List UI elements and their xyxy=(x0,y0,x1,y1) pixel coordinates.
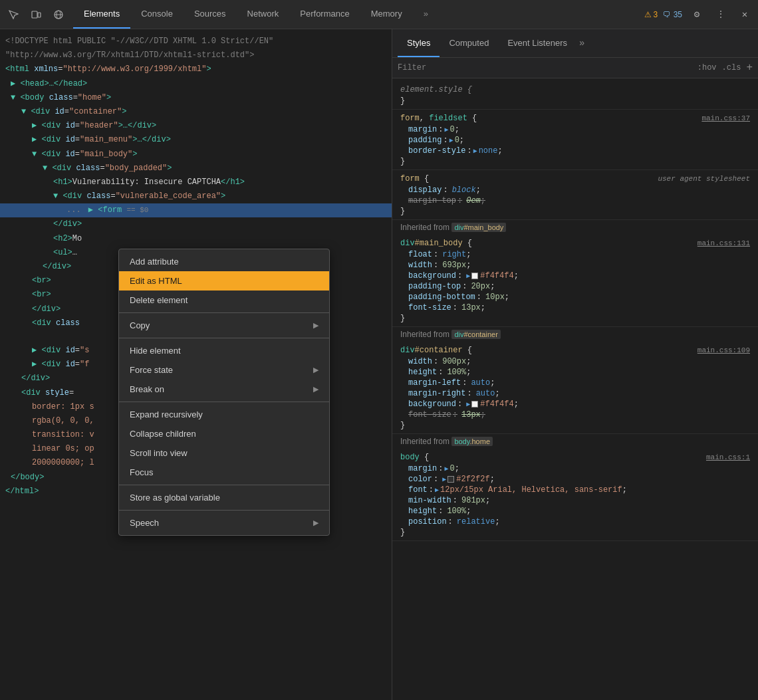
error-badge: 🗨 35 xyxy=(663,10,682,19)
close-icon[interactable]: ✕ xyxy=(735,5,754,24)
expand-icon[interactable]: ▶ xyxy=(435,486,439,494)
style-source-link[interactable]: main.css:1 xyxy=(706,453,750,461)
device-toolbar-icon[interactable] xyxy=(27,5,45,24)
filter-add-button[interactable]: + xyxy=(746,62,753,74)
svg-rect-0 xyxy=(32,11,37,18)
style-block-main-body: div#main_body { main.css:131 float: righ… xyxy=(392,235,758,327)
menu-item-scroll-into-view[interactable]: Scroll into view xyxy=(119,443,329,463)
style-close-brace: } xyxy=(392,156,758,167)
menu-item-collapse-children[interactable]: Collapse children xyxy=(119,424,329,443)
settings-icon[interactable]: ⚙ xyxy=(688,5,706,24)
style-selector-line: div#main_body { main.css:131 xyxy=(392,237,758,249)
style-selector-line: div#container { main.css:109 xyxy=(392,344,758,356)
tab-network[interactable]: Network xyxy=(237,0,290,29)
style-selector: body { xyxy=(400,453,429,462)
filter-cls-button[interactable]: .cls xyxy=(722,63,741,72)
tab-sources[interactable]: Sources xyxy=(184,0,237,29)
expand-icon[interactable]: ▶ xyxy=(473,147,477,155)
warning-badge: ⚠ 3 xyxy=(644,10,658,19)
style-rule: position: relative; xyxy=(392,517,758,527)
style-close-brace: } xyxy=(392,313,758,324)
html-line: </div> xyxy=(0,217,392,231)
style-block-form-ua: form { user agent stylesheet display: bl… xyxy=(392,170,758,220)
elements-panel: <!DOCTYPE html PUBLIC "-//W3C//DTD XHTML… xyxy=(0,29,392,700)
3d-view-icon[interactable] xyxy=(49,5,68,24)
style-source-link[interactable]: main.css:131 xyxy=(697,239,750,247)
style-rule: width: 900px; xyxy=(392,356,758,367)
tab-computed[interactable]: Computed xyxy=(440,29,498,57)
expand-icon[interactable]: ▶ xyxy=(466,272,470,280)
style-rule-strikethrough: margin-top: 0em; xyxy=(392,195,758,206)
tab-event-listeners[interactable]: Event Listeners xyxy=(498,29,576,57)
html-line: <h2>Mo xyxy=(0,232,392,246)
expand-icon[interactable]: ▶ xyxy=(442,475,446,483)
tab-more[interactable]: » xyxy=(413,0,439,29)
tab-performance[interactable]: Performance xyxy=(289,0,360,29)
menu-item-focus[interactable]: Focus xyxy=(119,463,329,482)
color-swatch[interactable] xyxy=(447,476,454,483)
style-rule: margin-right: auto; xyxy=(392,388,758,399)
menu-item-edit-html[interactable]: Edit as HTML xyxy=(119,271,329,291)
topbar-right: ⚠ 3 🗨 35 ⚙ ⋮ ✕ xyxy=(644,5,754,24)
html-line: <!DOCTYPE html PUBLIC "-//W3C//DTD XHTML… xyxy=(0,35,392,49)
submenu-arrow: ▶ xyxy=(313,385,318,394)
inherited-from-container: Inherited from div#container xyxy=(392,327,758,342)
style-block-body: body { main.css:1 margin: ▶ 0; color: ▶ … xyxy=(392,449,758,541)
tab-console[interactable]: Console xyxy=(130,0,184,29)
expand-icon[interactable]: ▶ xyxy=(444,465,448,473)
tab-styles[interactable]: Styles xyxy=(398,29,440,57)
style-rule: margin-left: auto; xyxy=(392,378,758,388)
more-tabs-icon[interactable]: » xyxy=(579,38,584,49)
menu-separator xyxy=(119,485,329,485)
style-selector: form { xyxy=(400,174,429,183)
menu-item-force-state[interactable]: Force state ▶ xyxy=(119,360,329,380)
html-line: ▼ <div id="main_body"> xyxy=(0,148,392,162)
style-rule: font-size: 13px; xyxy=(392,302,758,313)
filter-hov-button[interactable]: :hov xyxy=(697,63,717,72)
styles-panel: Styles Computed Event Listeners » Filter… xyxy=(392,29,758,700)
devtools-icons xyxy=(4,5,68,24)
error-count: 35 xyxy=(674,10,682,19)
tab-elements[interactable]: Elements xyxy=(73,0,130,29)
style-rule: background: ▶ #f4f4f4; xyxy=(392,399,758,409)
style-rule: display: block; xyxy=(392,185,758,195)
submenu-arrow: ▶ xyxy=(313,321,318,330)
style-block-element: element.style { } xyxy=(392,81,758,110)
style-selector: div#main_body { xyxy=(400,239,472,248)
tab-memory[interactable]: Memory xyxy=(360,0,413,29)
expand-icon[interactable]: ▶ xyxy=(466,400,470,408)
menu-item-add-attribute[interactable]: Add attribute xyxy=(119,252,329,271)
menu-separator xyxy=(119,312,329,313)
menu-item-store-global[interactable]: Store as global variable xyxy=(119,488,329,507)
color-swatch[interactable] xyxy=(471,273,478,279)
select-element-icon[interactable] xyxy=(4,5,23,24)
expand-icon[interactable]: ▶ xyxy=(444,126,448,134)
menu-item-speech[interactable]: Speech ▶ xyxy=(119,513,329,532)
style-source-link[interactable]: main.css:109 xyxy=(697,346,750,354)
style-rule: color: ▶ #2f2f2f; xyxy=(392,474,758,485)
style-rule: width: 693px; xyxy=(392,260,758,271)
submenu-arrow: ▶ xyxy=(313,519,318,527)
style-source-link[interactable]: main.css:37 xyxy=(701,114,750,122)
style-rule: background: ▶ #f4f4f4; xyxy=(392,271,758,281)
menu-item-copy[interactable]: Copy ▶ xyxy=(119,316,329,335)
style-close-brace: } xyxy=(392,527,758,538)
menu-item-hide-element[interactable]: Hide element xyxy=(119,341,329,360)
style-selector-line: element.style { xyxy=(392,84,758,96)
style-source-ua: user agent stylesheet xyxy=(658,175,750,183)
more-options-icon[interactable]: ⋮ xyxy=(711,5,730,24)
filter-input[interactable] xyxy=(432,63,692,72)
style-rule: margin: ▶ 0; xyxy=(392,124,758,135)
expand-icon[interactable]: ▶ xyxy=(449,136,453,144)
svg-rect-1 xyxy=(38,13,41,17)
menu-item-expand-recursively[interactable]: Expand recursively xyxy=(119,405,329,424)
style-rule-strikethrough: font-size: 13px; xyxy=(392,409,758,420)
menu-item-delete-element[interactable]: Delete element xyxy=(119,291,329,310)
context-menu: Add attribute Edit as HTML Delete elemen… xyxy=(118,249,330,536)
style-close-brace: } xyxy=(392,96,758,106)
html-line: ▶ <div id="header">…</div> xyxy=(0,119,392,133)
menu-separator xyxy=(119,338,329,338)
style-rule: height: 100%; xyxy=(392,506,758,517)
menu-item-break-on[interactable]: Break on ▶ xyxy=(119,380,329,399)
color-swatch[interactable] xyxy=(471,401,478,408)
